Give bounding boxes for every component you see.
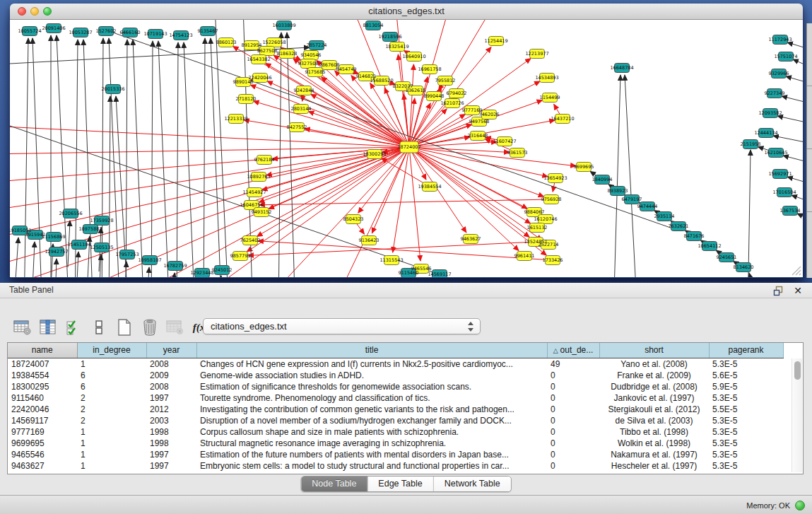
table-row[interactable]: 1872400712008Changes of HCN gene express… [8, 358, 783, 370]
citation-network-graph[interactable]: 1872400788601238912954152260589627508165… [10, 20, 803, 277]
table-cell[interactable]: Stergiakouli et al. (2012) [599, 404, 709, 415]
table-cell[interactable]: 5.9E-5 [709, 381, 783, 392]
table-cell[interactable]: 1997 [146, 392, 196, 404]
table-cell[interactable]: 9115460 [8, 392, 77, 404]
table-cell[interactable]: 2008 [146, 381, 196, 392]
table-cell[interactable]: 5.6E-5 [709, 370, 783, 381]
table-cell[interactable]: 2003 [146, 415, 196, 426]
table-cell[interactable]: Investigating the contribution of common… [196, 404, 547, 415]
table-cell[interactable]: Jankovic et al. (1997) [599, 392, 709, 404]
table-cell[interactable]: 1 [77, 426, 146, 438]
column-header-name[interactable]: name [8, 343, 77, 358]
table-cell[interactable]: 49 [547, 358, 599, 370]
table-row[interactable]: 1830029562008Estimation of significance … [8, 381, 783, 392]
table-cell[interactable]: 5.3E-5 [709, 415, 783, 426]
column-header-pagerank[interactable]: pagerank [709, 343, 783, 358]
column-header-out-de-[interactable]: △out_de... [547, 343, 599, 358]
table-cell[interactable]: 1 [77, 438, 146, 449]
zoom-window-button[interactable] [43, 7, 52, 16]
table-row[interactable]: 969969511998Structural magnetic resonanc… [8, 438, 783, 449]
table-cell[interactable]: 1997 [146, 449, 196, 460]
table-cell[interactable]: 1 [77, 449, 146, 460]
column-header-title[interactable]: title [196, 343, 547, 358]
scrollbar-thumb[interactable] [794, 361, 801, 380]
table-cell[interactable]: 5.3E-5 [709, 358, 783, 370]
table-cell[interactable]: 2008 [146, 358, 196, 370]
table-cell[interactable]: de Silva et al. (2003) [599, 415, 709, 426]
table-cell[interactable]: 2009 [146, 370, 196, 381]
table-cell[interactable]: Changes of HCN gene expression and I(f) … [196, 358, 547, 370]
table-cell[interactable]: Genome-wide association studies in ADHD. [196, 370, 547, 381]
table-cell[interactable]: 0 [547, 460, 599, 472]
table-row[interactable]: 2242004622012Investigating the contribut… [8, 404, 783, 415]
float-panel-icon[interactable] [773, 286, 784, 296]
table-cell[interactable]: 9463627 [8, 460, 77, 472]
table-cell[interactable]: 0 [547, 392, 599, 404]
table-cell[interactable]: 9777169 [8, 426, 77, 438]
column-visibility-icon[interactable] [37, 317, 59, 338]
table-cell[interactable]: 22420046 [8, 404, 77, 415]
table-cell[interactable]: Tibbo et al. (1998) [599, 426, 709, 438]
table-cell[interactable]: 0 [547, 404, 599, 415]
table-cell[interactable]: Estimation of significance thresholds fo… [196, 381, 547, 392]
table-cell[interactable]: 1997 [146, 460, 196, 472]
table-cell[interactable]: 14569117 [8, 415, 77, 426]
table-cell[interactable]: 1 [77, 460, 146, 472]
table-cell[interactable]: 2 [77, 392, 146, 404]
table-cell[interactable]: Disruption of a novel member of a sodium… [196, 415, 547, 426]
table-cell[interactable]: Corpus callosum shape and size in male p… [196, 426, 547, 438]
table-cell[interactable]: 1998 [146, 438, 196, 449]
close-window-button[interactable] [18, 7, 26, 16]
table-row[interactable]: 1938455462009Genome-wide association stu… [8, 370, 783, 381]
table-vertical-scrollbar[interactable] [792, 358, 802, 472]
table-cell[interactable]: 0 [547, 426, 599, 438]
delete-table-icon[interactable] [165, 317, 186, 338]
table-cell[interactable]: Structural magnetic resonance image aver… [196, 438, 547, 449]
table-cell[interactable]: Embryonic stem cells: a model to study s… [196, 460, 547, 472]
tab-network-table[interactable]: Network Table [433, 477, 511, 491]
select-rows-icon[interactable] [63, 317, 84, 338]
table-cell[interactable]: 5.3E-5 [709, 460, 783, 472]
table-cell[interactable]: 2 [77, 404, 146, 415]
table-cell[interactable]: Franke et al. (2009) [599, 370, 709, 381]
table-cell[interactable]: Tourette syndrome. Phenomenology and cla… [196, 392, 547, 404]
table-cell[interactable]: 2012 [146, 404, 196, 415]
table-cell[interactable]: Estimation of the future numbers of pati… [196, 449, 547, 460]
table-cell[interactable]: 9465546 [8, 449, 77, 460]
table-cell[interactable]: 5.3E-5 [709, 392, 783, 404]
table-cell[interactable]: Dudbridge et al. (2008) [599, 381, 709, 392]
node-table-grid[interactable]: namein_degreeyeartitle△out_de...shortpag… [8, 343, 784, 472]
table-row[interactable]: 946554611997Estimation of the future num… [8, 449, 783, 460]
table-row[interactable]: 1456911722003Disruption of a novel membe… [8, 415, 783, 426]
column-header-year[interactable]: year [146, 343, 196, 358]
row-height-icon[interactable] [88, 317, 110, 338]
tab-node-table[interactable]: Node Table [301, 477, 367, 491]
table-cell[interactable]: 6 [77, 381, 146, 392]
table-cell[interactable]: 0 [547, 415, 599, 426]
table-cell[interactable]: 1 [77, 358, 146, 370]
table-cell[interactable]: 5.3E-5 [709, 438, 783, 449]
table-cell[interactable]: 0 [547, 438, 599, 449]
table-row[interactable]: 911546021997Tourette syndrome. Phenomeno… [8, 392, 783, 404]
table-cell[interactable]: 19384554 [8, 370, 77, 381]
table-cell[interactable]: 0 [547, 370, 599, 381]
new-table-icon[interactable] [114, 317, 135, 338]
table-cell[interactable]: 1998 [146, 426, 196, 438]
table-cell[interactable]: 0 [547, 449, 599, 460]
table-cell[interactable]: 9699695 [8, 438, 77, 449]
column-header-in-degree[interactable]: in_degree [77, 343, 146, 358]
delete-rows-icon[interactable] [139, 317, 160, 338]
table-cell[interactable]: Hescheler et al. (1997) [599, 460, 709, 472]
table-cell[interactable]: 5.3E-5 [709, 449, 783, 460]
table-cell[interactable]: 5.3E-5 [709, 426, 783, 438]
table-cell[interactable]: 18724007 [8, 358, 77, 370]
minimize-window-button[interactable] [30, 7, 39, 16]
table-cell[interactable]: 0 [547, 381, 599, 392]
network-window-titlebar[interactable]: citations_edges.txt [10, 4, 803, 20]
table-row[interactable]: 977716911998Corpus callosum shape and si… [8, 426, 783, 438]
table-cell[interactable]: Wolkin et al. (1998) [599, 438, 709, 449]
tab-edge-table[interactable]: Edge Table [367, 477, 433, 491]
table-row[interactable]: 946362711997Embryonic stem cells: a mode… [8, 460, 783, 472]
network-canvas-container[interactable]: 1872400788601238912954152260589627508165… [10, 20, 803, 277]
table-cell[interactable]: 5.5E-5 [709, 404, 783, 415]
